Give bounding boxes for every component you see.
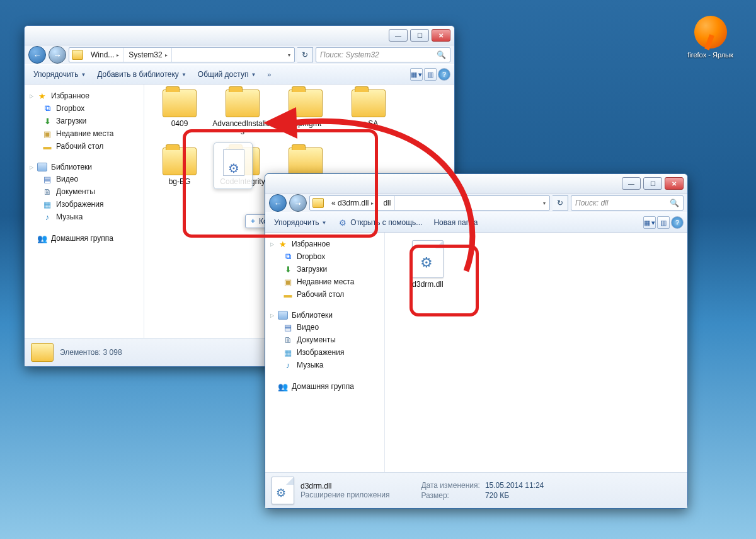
dll-file-icon: ⚙ xyxy=(412,240,444,278)
images-icon: ▦ xyxy=(283,347,293,357)
breadcrumb-segment[interactable]: Wind...▸ xyxy=(86,48,123,62)
folder-icon xyxy=(226,90,260,117)
titlebar[interactable]: — ☐ ✕ xyxy=(25,26,454,45)
document-icon: 🗎 xyxy=(283,335,293,345)
sidebar-item-dropbox[interactable]: ⧉Dropbox xyxy=(268,250,384,263)
sidebar-favorites-header[interactable]: ▷★Избранное xyxy=(27,90,144,102)
sidebar-homegroup-header[interactable]: ▷👥Домашняя группа xyxy=(27,232,144,245)
maximize-button[interactable]: ☐ xyxy=(410,29,429,42)
recent-icon: ▣ xyxy=(42,129,52,139)
file-list-pane[interactable]: ⚙ d3drm.dll xyxy=(385,233,687,472)
downloads-icon: ⬇ xyxy=(283,264,293,274)
details-filetype: Расширение приложения xyxy=(301,490,389,499)
folder-label: AdvancedInstallers xyxy=(212,120,273,136)
details-date-label: Дата изменения: xyxy=(421,481,480,490)
sidebar-item-video[interactable]: ▤Видео xyxy=(27,173,144,185)
desktop-icon: ▬ xyxy=(283,289,293,299)
sidebar-libraries-header[interactable]: ▷Библиотеки xyxy=(27,161,144,173)
folder-label: ar-SA xyxy=(359,120,379,128)
explorer-window-dll[interactable]: — ☐ ✕ ← → « d3drm.dll▸ dll ▾ ↻ Поиск: dl… xyxy=(265,173,688,509)
breadcrumb-segment[interactable]: System32▸ xyxy=(123,48,171,62)
help-button[interactable]: ? xyxy=(438,68,450,81)
file-item-d3drm-dll[interactable]: ⚙ d3drm.dll xyxy=(398,240,458,298)
add-to-library-menu[interactable]: Добавить в библиотеку▼ xyxy=(92,67,191,82)
maximize-button[interactable]: ☐ xyxy=(643,177,662,190)
search-input[interactable]: Поиск: System32 🔍 xyxy=(316,47,450,62)
sidebar-item-documents[interactable]: 🗎Документы xyxy=(27,185,144,198)
organize-menu[interactable]: Упорядочить▼ xyxy=(269,215,331,230)
nav-forward-button[interactable]: → xyxy=(49,46,66,64)
more-menu[interactable]: » xyxy=(262,67,276,82)
folder-icon xyxy=(312,198,324,208)
video-icon: ▤ xyxy=(283,322,293,332)
folder-item[interactable]: 0409 xyxy=(149,90,210,148)
nav-back-button[interactable]: ← xyxy=(28,46,46,64)
libraries-icon xyxy=(37,163,47,171)
search-input[interactable]: Поиск: dll 🔍 xyxy=(571,195,684,211)
open-with-menu[interactable]: ⚙Открыть с помощь... xyxy=(333,215,427,230)
view-options-button[interactable]: ▦▾ xyxy=(410,68,423,81)
sidebar-item-downloads[interactable]: ⬇Загрузки xyxy=(27,115,144,127)
toolbar: Упорядочить▼ Добавить в библиотеку▼ Общи… xyxy=(25,64,454,84)
minimize-button[interactable]: — xyxy=(622,177,641,190)
sidebar-item-music[interactable]: ♪Музыка xyxy=(268,359,384,371)
share-menu[interactable]: Общий доступ▼ xyxy=(193,67,261,82)
sidebar-item-recent[interactable]: ▣Недавние места xyxy=(27,127,144,140)
sidebar-item-documents[interactable]: 🗎Документы xyxy=(268,333,384,346)
view-options-button[interactable]: ▦▾ xyxy=(643,216,656,229)
music-icon: ♪ xyxy=(283,360,293,370)
sidebar-item-images[interactable]: ▦Изображения xyxy=(27,198,144,211)
sidebar-libraries-header[interactable]: ▷Библиотеки xyxy=(268,310,384,321)
close-button[interactable]: ✕ xyxy=(665,177,684,190)
address-bar[interactable]: Wind...▸ System32▸ ▾ xyxy=(69,47,295,62)
address-bar[interactable]: « d3drm.dll▸ dll ▾ xyxy=(309,195,550,211)
folder-item[interactable]: ar-SA xyxy=(338,90,399,148)
navigation-pane[interactable]: ▷★Избранное ⧉Dropbox ⬇Загрузки ▣Недавние… xyxy=(25,84,144,338)
folder-icon xyxy=(72,50,83,60)
folder-label: appmgmt xyxy=(290,120,321,128)
refresh-button[interactable]: ↻ xyxy=(553,195,568,211)
folder-icon xyxy=(163,148,197,175)
drag-ghost-file xyxy=(214,142,253,189)
firefox-icon xyxy=(694,16,727,49)
toolbar: Упорядочить▼ ⚙Открыть с помощь... Новая … xyxy=(265,212,687,233)
file-label: d3drm.dll xyxy=(412,281,443,289)
search-icon: 🔍 xyxy=(437,50,446,59)
help-button[interactable]: ? xyxy=(671,216,684,229)
homegroup-icon: 👥 xyxy=(37,233,47,243)
folder-item[interactable]: AdvancedInstallers xyxy=(212,90,273,148)
refresh-button[interactable]: ↻ xyxy=(297,47,313,62)
sidebar-favorites-header[interactable]: ▷★Избранное xyxy=(268,238,384,250)
sidebar-item-video[interactable]: ▤Видео xyxy=(268,321,384,333)
breadcrumb-segment[interactable]: dll xyxy=(378,196,395,210)
breadcrumb-segment[interactable]: « d3drm.dll▸ xyxy=(326,196,378,210)
libraries-icon xyxy=(278,311,288,320)
new-folder-button[interactable]: Новая папка xyxy=(428,215,483,230)
details-filename: d3drm.dll xyxy=(301,482,389,490)
sidebar-item-dropbox[interactable]: ⧉Dropbox xyxy=(27,102,144,115)
sidebar-homegroup-header[interactable]: ▷👥Домашняя группа xyxy=(268,380,384,393)
folder-item[interactable]: appmgmt xyxy=(275,90,336,148)
preview-pane-button[interactable]: ▥ xyxy=(657,216,670,229)
sidebar-item-desktop[interactable]: ▬Рабочий стол xyxy=(27,140,144,153)
organize-menu[interactable]: Упорядочить▼ xyxy=(28,67,91,82)
sidebar-item-downloads[interactable]: ⬇Загрузки xyxy=(268,263,384,275)
sidebar-item-images[interactable]: ▦Изображения xyxy=(268,346,384,359)
close-button[interactable]: ✕ xyxy=(432,29,450,42)
window-body: ▷★Избранное ⧉Dropbox ⬇Загрузки ▣Недавние… xyxy=(265,233,687,472)
search-icon: 🔍 xyxy=(670,199,679,207)
preview-pane-button[interactable]: ▥ xyxy=(424,68,437,81)
star-icon: ★ xyxy=(278,239,288,249)
folder-item[interactable]: bg-BG xyxy=(149,148,210,206)
sidebar-item-desktop[interactable]: ▬Рабочий стол xyxy=(268,288,384,301)
minimize-button[interactable]: — xyxy=(389,29,408,42)
sidebar-item-music[interactable]: ♪Музыка xyxy=(27,211,144,223)
nav-back-button[interactable]: ← xyxy=(269,194,287,212)
titlebar[interactable]: — ☐ ✕ xyxy=(265,174,687,194)
nav-forward-button[interactable]: → xyxy=(289,194,307,212)
gear-icon: ⚙ xyxy=(338,217,348,228)
sidebar-item-recent[interactable]: ▣Недавние места xyxy=(268,275,384,288)
navigation-pane[interactable]: ▷★Избранное ⧉Dropbox ⬇Загрузки ▣Недавние… xyxy=(265,233,385,472)
downloads-icon: ⬇ xyxy=(42,116,52,126)
desktop-shortcut-firefox[interactable]: firefox - Ярлык xyxy=(684,16,737,59)
